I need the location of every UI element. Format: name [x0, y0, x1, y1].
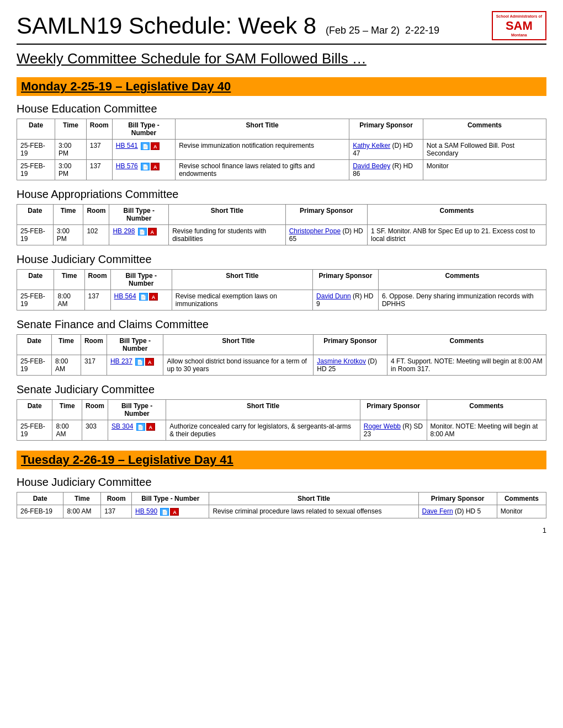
bill-icon-flag[interactable]: A	[151, 163, 160, 170]
cell-room: 303	[82, 420, 108, 441]
logo-sam-text: SAM	[496, 19, 542, 33]
title-date-range: (Feb 25 – Mar 2)	[326, 25, 400, 36]
col-header: Comments	[423, 119, 546, 140]
logo-top-text: School Administrators of	[496, 14, 542, 19]
col-header: Comments	[387, 335, 546, 355]
sponsor-link[interactable]: David Bedey	[353, 162, 390, 170]
sponsor-link[interactable]: David Dunn	[316, 292, 351, 300]
logo-bottom-text: Montana	[496, 33, 542, 38]
main-title-text: SAMLN19 Schedule: Week 8 (Feb 25 – Mar 2…	[17, 13, 439, 39]
bill-link[interactable]: SB 304	[111, 422, 133, 430]
col-header: Date	[17, 400, 52, 420]
committee-table-0-1: DateTimeRoomBill Type - NumberShort Titl…	[17, 204, 546, 245]
cell-date: 25-FEB-19	[17, 420, 52, 441]
bill-link[interactable]: HB 590	[135, 507, 157, 515]
col-header: Short Title	[209, 493, 418, 505]
bill-icon-document[interactable]: 📄	[141, 142, 150, 150]
bill-icon-flag[interactable]: A	[145, 358, 154, 366]
col-header: Primary Sponsor	[418, 493, 497, 505]
cell-short-title: Revise funding for students with disabil…	[169, 225, 286, 245]
bill-icon-flag[interactable]: A	[149, 293, 158, 301]
col-header: Bill Type - Number	[110, 270, 172, 290]
cell-comments: 6. Oppose. Deny sharing immunization rec…	[378, 290, 546, 311]
cell-sponsor: Christopher Pope (D) HD 65	[285, 225, 367, 245]
cell-bill: HB 590 📄A	[132, 505, 209, 518]
cell-room: 137	[86, 160, 112, 180]
bill-icon-flag[interactable]: A	[146, 423, 155, 431]
cell-date: 25-FEB-19	[17, 355, 52, 376]
col-header: Room	[82, 400, 108, 420]
cell-comments: Not a SAM Followed Bill. Post Secondary	[423, 140, 546, 160]
committee-table-0-4: DateTimeRoomBill Type - NumberShort Titl…	[17, 399, 546, 441]
bill-icon-document[interactable]: 📄	[141, 163, 150, 170]
cell-room: 137	[101, 505, 132, 518]
bill-icon-document[interactable]: 📄	[138, 228, 147, 235]
committee-title-0-0: House Education Committee	[17, 103, 546, 115]
committee-table-0-0: DateTimeRoomBill Type - NumberShort Titl…	[17, 119, 546, 180]
col-header: Room	[101, 493, 132, 505]
col-header: Time	[52, 400, 82, 420]
bill-icon-document[interactable]: 📄	[139, 293, 148, 301]
bill-link[interactable]: HB 298	[113, 227, 135, 235]
bill-link[interactable]: HB 564	[114, 292, 136, 300]
bill-icon-document[interactable]: 📄	[160, 508, 169, 516]
col-header: Date	[17, 205, 54, 225]
table-row: 25-FEB-193:00 PM102HB 298 📄ARevise fundi…	[17, 225, 546, 245]
cell-sponsor: David Dunn (R) HD 9	[313, 290, 379, 311]
bill-icon-flag[interactable]: A	[148, 228, 157, 235]
cell-comments: 1 SF. Monitor. ANB for Spec Ed up to 21.…	[367, 225, 546, 245]
cell-time: 8:00 AM	[63, 505, 101, 518]
col-header: Short Title	[169, 205, 286, 225]
cell-sponsor: Kathy Kelker (D) HD 47	[349, 140, 423, 160]
col-header: Bill Type - Number	[132, 493, 209, 505]
committee-table-0-3: DateTimeRoomBill Type - NumberShort Titl…	[17, 334, 546, 376]
sponsor-link[interactable]: Roger Webb	[364, 422, 401, 430]
col-header: Short Title	[172, 270, 312, 290]
cell-date: 26-FEB-19	[17, 505, 63, 518]
col-header: Short Title	[176, 119, 349, 140]
page-wrapper: SAMLN19 Schedule: Week 8 (Feb 25 – Mar 2…	[17, 11, 546, 534]
bill-link[interactable]: HB 237	[110, 357, 132, 365]
sponsor-link[interactable]: Kathy Kelker	[353, 142, 390, 149]
cell-bill: HB 298 📄A	[109, 225, 169, 245]
bill-icon-flag[interactable]: A	[151, 142, 160, 150]
committee-table-1-0: DateTimeRoomBill Type - NumberShort Titl…	[17, 492, 546, 518]
bill-icon-document[interactable]: 📄	[135, 358, 144, 366]
table-row: 25-FEB-198:00 AM317HB 237 📄AAllow school…	[17, 355, 546, 376]
cell-short-title: Revise immunization notification require…	[176, 140, 349, 160]
committee-title-0-2: House Judiciary Committee	[17, 253, 546, 266]
cell-short-title: Allow school district bond issuance for …	[163, 355, 314, 376]
cell-time: 8:00 AM	[54, 290, 84, 311]
bill-icon-document[interactable]: 📄	[136, 423, 145, 431]
col-header: Primary Sponsor	[313, 270, 379, 290]
col-header: Date	[17, 493, 63, 505]
cell-time: 8:00 AM	[52, 355, 81, 376]
page-number: 1	[17, 526, 546, 534]
logo-box: School Administrators of SAM Montana	[492, 11, 546, 40]
bill-link[interactable]: HB 576	[116, 162, 138, 170]
bill-link[interactable]: HB 541	[116, 142, 138, 149]
cell-room: 102	[83, 225, 109, 245]
cell-comments: Monitor. NOTE: Meeting will begin at 8:0…	[427, 420, 546, 441]
cell-sponsor: Roger Webb (R) SD 23	[360, 420, 427, 441]
col-header: Time	[53, 205, 83, 225]
col-header: Short Title	[163, 335, 314, 355]
col-header: Comments	[367, 205, 546, 225]
committee-table-0-2: DateTimeRoomBill Type - NumberShort Titl…	[17, 269, 546, 311]
cell-time: 3:00 PM	[55, 160, 87, 180]
table-row: 25-FEB-193:00 PM137HB 576 📄ARevise schoo…	[17, 160, 546, 180]
cell-comments: Monitor	[497, 505, 546, 518]
sponsor-link[interactable]: Christopher Pope	[289, 227, 341, 235]
cell-bill: HB 237 📄A	[107, 355, 163, 376]
committee-title-0-3: Senate Finance and Claims Committee	[17, 318, 546, 331]
cell-bill: HB 541 📄A	[112, 140, 175, 160]
sponsor-link[interactable]: Dave Fern	[422, 507, 453, 515]
subtitle: Weekly Committee Schedule for SAM Follow…	[17, 50, 546, 67]
bill-icon-flag[interactable]: A	[170, 508, 179, 516]
sponsor-link[interactable]: Jasmine Krotkov	[317, 357, 366, 365]
cell-comments: 4 FT. Support. NOTE: Meeting will begin …	[387, 355, 546, 376]
main-title-bar: SAMLN19 Schedule: Week 8 (Feb 25 – Mar 2…	[17, 11, 546, 45]
col-header: Time	[54, 270, 84, 290]
col-header: Comments	[378, 270, 546, 290]
cell-bill: HB 576 📄A	[112, 160, 175, 180]
